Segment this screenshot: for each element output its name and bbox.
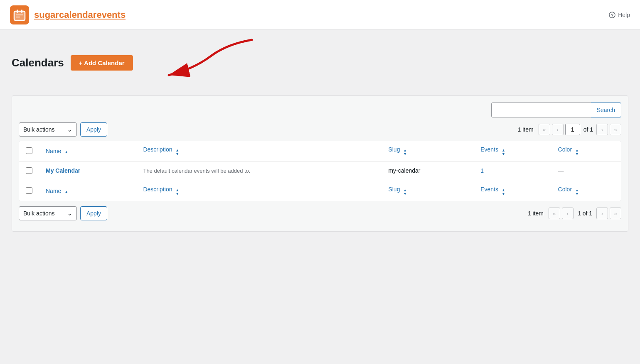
svg-rect-0 (14, 11, 25, 20)
svg-rect-2 (17, 10, 18, 13)
row-slug: my-calendar (388, 167, 420, 174)
footer-description[interactable]: Description ▲ ▼ (136, 181, 382, 201)
search-input[interactable] (491, 103, 591, 117)
bulk-left-top: Bulk actions ⌄ Apply (19, 122, 107, 137)
logo-icon (10, 5, 29, 24)
header-color[interactable]: Color ▲ ▼ (551, 141, 621, 161)
logo-text: sugarcalendarevents (34, 10, 126, 20)
footer-slug-sort-icon: ▲ ▼ (403, 188, 407, 196)
page-title: Calendars (12, 56, 64, 69)
bulk-actions-select-top[interactable]: Bulk actions ⌄ (19, 122, 77, 137)
page-info-bottom: 1 of 1 (575, 210, 595, 217)
footer-events-sort-icon: ▲ ▼ (502, 188, 505, 196)
apply-button-bottom[interactable]: Apply (80, 206, 107, 220)
bulk-left-bottom: Bulk actions ⌄ Apply (19, 206, 107, 220)
help-button[interactable]: ? Help (609, 12, 630, 18)
svg-rect-5 (16, 17, 20, 17)
svg-rect-3 (21, 10, 22, 13)
header-description[interactable]: Description ▲ ▼ (136, 141, 382, 161)
header-name[interactable]: Name ▲ (39, 141, 136, 161)
table-header-row: Name ▲ Description ▲ ▼ (19, 141, 621, 161)
slug-col-label: Slug (388, 146, 400, 153)
next-page-button-bottom[interactable]: › (596, 208, 608, 219)
desc-col-label: Description (143, 146, 172, 153)
header-events[interactable]: Events ▲ ▼ (474, 141, 551, 161)
row-events-cell: 1 (474, 161, 551, 181)
row-name-cell: My Calendar (39, 161, 136, 181)
row-checkbox-cell (19, 161, 39, 181)
page-number-input-top[interactable]: 1 (565, 124, 580, 135)
next-page-button-top[interactable]: › (596, 124, 608, 135)
prev-page-button-bottom[interactable]: ‹ (562, 208, 574, 219)
header-checkbox-col (19, 141, 39, 161)
annotation-arrow (144, 36, 260, 81)
pagination-bottom: 1 item « ‹ 1 of 1 › » (528, 208, 621, 219)
table-footer-row: Name ▲ Description ▲ ▼ (19, 181, 621, 201)
site-header: sugarcalendarevents ? Help (0, 0, 640, 30)
chevron-down-icon: ⌄ (67, 126, 72, 133)
select-all-checkbox[interactable] (26, 147, 32, 154)
table-row: My Calendar The default calendar events … (19, 161, 621, 181)
content-panel: Search Bulk actions ⌄ Apply 1 item « ‹ 1… (12, 95, 628, 232)
help-label: Help (618, 12, 630, 18)
main-content: Calendars + Add Calendar Search Bulk act… (0, 30, 640, 364)
footer-desc-label: Description (143, 186, 172, 193)
color-col-label: Color (558, 146, 572, 153)
first-page-button-top[interactable]: « (539, 124, 550, 135)
row-description: The default calendar events will be adde… (143, 168, 250, 174)
desc-sort-icon: ▲ ▼ (175, 149, 179, 156)
footer-events[interactable]: Events ▲ ▼ (474, 181, 551, 201)
last-page-button-bottom[interactable]: » (610, 208, 621, 219)
events-col-label: Events (480, 146, 498, 153)
row-slug-cell: my-calendar (382, 161, 474, 181)
events-sort-icon: ▲ ▼ (502, 149, 505, 156)
color-sort-icon: ▲ ▼ (575, 149, 579, 156)
row-description-cell: The default calendar events will be adde… (136, 161, 382, 181)
prev-page-button-top[interactable]: ‹ (552, 124, 564, 135)
bulk-actions-bottom-row: Bulk actions ⌄ Apply 1 item « ‹ 1 of 1 ›… (19, 206, 621, 220)
last-page-button-top[interactable]: » (610, 124, 621, 135)
search-button[interactable]: Search (591, 103, 621, 117)
row-color: — (558, 167, 564, 174)
help-icon: ? (609, 12, 615, 18)
name-col-label: Name (46, 148, 61, 154)
logo-area: sugarcalendarevents (10, 5, 126, 24)
slug-sort-icon: ▲ ▼ (403, 149, 407, 156)
footer-color-label: Color (558, 186, 572, 193)
logo-accent-text: events (96, 10, 126, 20)
logo-main-text: sugarcalendar (34, 10, 96, 20)
search-row: Search (19, 103, 621, 117)
footer-color[interactable]: Color ▲ ▼ (551, 181, 621, 201)
bulk-select-label-bottom: Bulk actions (23, 210, 54, 217)
add-calendar-button[interactable]: + Add Calendar (71, 55, 133, 71)
footer-checkbox-col (19, 181, 39, 201)
svg-text:?: ? (611, 13, 613, 17)
first-page-button-bottom[interactable]: « (549, 208, 560, 219)
logo-svg (13, 9, 26, 21)
apply-button-top[interactable]: Apply (80, 122, 107, 137)
page-of-top: of 1 (583, 126, 593, 133)
footer-slug[interactable]: Slug ▲ ▼ (382, 181, 474, 201)
pagination-top: 1 item « ‹ 1 of 1 › » (518, 124, 621, 135)
footer-slug-label: Slug (388, 186, 400, 193)
footer-name[interactable]: Name ▲ (39, 181, 136, 201)
calendars-table: Name ▲ Description ▲ ▼ (19, 141, 621, 201)
footer-name-sort-icon: ▲ (64, 190, 68, 194)
chevron-down-icon-bottom: ⌄ (67, 210, 72, 217)
row-checkbox[interactable] (26, 167, 32, 174)
calendar-name-link[interactable]: My Calendar (46, 167, 80, 174)
row-events-link[interactable]: 1 (480, 167, 484, 174)
svg-rect-4 (16, 15, 23, 15)
footer-name-label: Name (46, 188, 61, 194)
bulk-actions-top-row: Bulk actions ⌄ Apply 1 item « ‹ 1 of 1 ›… (19, 122, 621, 137)
page-title-area: Calendars + Add Calendar (12, 40, 628, 86)
footer-desc-sort-icon: ▲ ▼ (175, 188, 179, 196)
footer-color-sort-icon: ▲ ▼ (575, 188, 579, 196)
row-color-cell: — (551, 161, 621, 181)
footer-select-all-checkbox[interactable] (26, 187, 32, 194)
bulk-actions-select-bottom[interactable]: Bulk actions ⌄ (19, 206, 77, 220)
name-sort-icon: ▲ (64, 150, 68, 154)
item-count-top: 1 item (518, 126, 534, 133)
header-slug[interactable]: Slug ▲ ▼ (382, 141, 474, 161)
item-count-bottom: 1 item (528, 210, 544, 217)
